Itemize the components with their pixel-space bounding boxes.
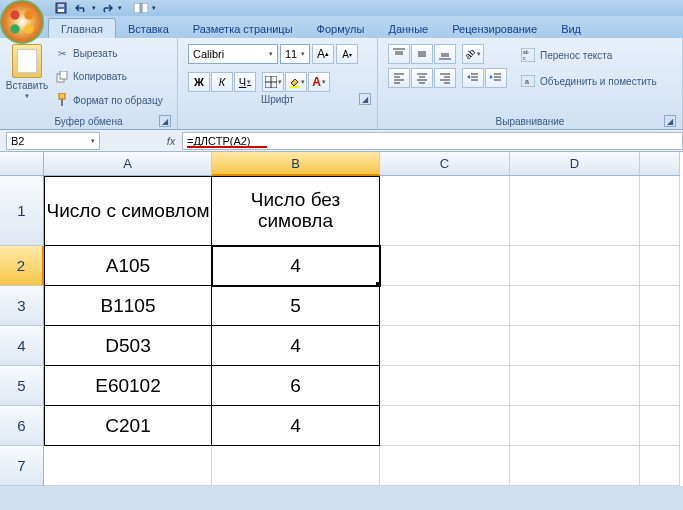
office-button[interactable] — [0, 0, 44, 44]
cell-C3[interactable] — [380, 286, 510, 326]
cell-A5[interactable]: E60102 — [44, 366, 212, 406]
save-button[interactable] — [52, 1, 70, 15]
cell-D4[interactable] — [510, 326, 640, 366]
italic-button[interactable]: К — [211, 72, 233, 92]
cell-E7[interactable] — [640, 446, 680, 486]
borders-button[interactable]: ▾ — [262, 72, 284, 92]
cell-B5[interactable]: 6 — [212, 366, 380, 406]
alignment-dialog-launcher[interactable]: ◢ — [664, 115, 676, 127]
undo-dropdown[interactable]: ▾ — [92, 4, 96, 12]
cell-B1[interactable]: Число без симовла — [212, 176, 380, 246]
cell-D7[interactable] — [510, 446, 640, 486]
paste-dropdown[interactable]: ▼ — [24, 93, 30, 99]
select-all-corner[interactable] — [0, 152, 44, 176]
clipboard-dialog-launcher[interactable]: ◢ — [159, 115, 171, 127]
tab-data[interactable]: Данные — [376, 19, 440, 38]
tab-review[interactable]: Рецензирование — [440, 19, 549, 38]
fill-handle[interactable] — [376, 282, 380, 286]
bold-button[interactable]: Ж — [188, 72, 210, 92]
cell-A1[interactable]: Число с симовлом — [44, 176, 212, 246]
merge-button[interactable]: aОбъединить и поместить — [515, 70, 662, 92]
font-dialog-launcher[interactable]: ◢ — [359, 93, 371, 105]
name-box[interactable]: B2▾ — [6, 132, 100, 150]
cell-C5[interactable] — [380, 366, 510, 406]
qat-extra-1[interactable] — [132, 1, 150, 15]
cell-E5[interactable] — [640, 366, 680, 406]
cell-E6[interactable] — [640, 406, 680, 446]
formula-input[interactable]: =ДЛСТР(A2) — [182, 132, 683, 150]
align-center-button[interactable] — [411, 68, 433, 88]
font-name-combo[interactable]: Calibri▾ — [188, 44, 278, 64]
tab-home[interactable]: Главная — [48, 18, 116, 38]
cell-D3[interactable] — [510, 286, 640, 326]
grow-font-button[interactable]: A▴ — [312, 44, 334, 64]
worksheet[interactable]: A B C D 1 Число с симовлом Число без сим… — [0, 152, 683, 486]
shrink-font-button[interactable]: A▾ — [336, 44, 358, 64]
align-right-button[interactable] — [434, 68, 456, 88]
tab-insert[interactable]: Вставка — [116, 19, 181, 38]
col-header-A[interactable]: A — [44, 152, 212, 176]
row-header-4[interactable]: 4 — [0, 326, 44, 366]
redo-button[interactable] — [98, 1, 116, 15]
format-painter-button[interactable]: Формат по образцу — [52, 91, 166, 109]
increase-indent-button[interactable] — [485, 68, 507, 88]
cell-B6[interactable]: 4 — [212, 406, 380, 446]
cell-E1[interactable] — [640, 176, 680, 246]
group-font-label: Шрифт — [261, 94, 294, 105]
cell-A7[interactable] — [44, 446, 212, 486]
row-header-7[interactable]: 7 — [0, 446, 44, 486]
fx-button[interactable]: fx — [160, 135, 182, 147]
align-top-button[interactable] — [388, 44, 410, 64]
row-header-2[interactable]: 2 — [0, 246, 44, 286]
cell-E4[interactable] — [640, 326, 680, 366]
cut-button[interactable]: ✂Вырезать — [52, 45, 166, 63]
col-header-B[interactable]: B — [212, 152, 380, 176]
cell-D5[interactable] — [510, 366, 640, 406]
font-color-button[interactable]: A▾ — [308, 72, 330, 92]
cell-A4[interactable]: D503 — [44, 326, 212, 366]
cell-B7[interactable] — [212, 446, 380, 486]
row-header-5[interactable]: 5 — [0, 366, 44, 406]
underline-button[interactable]: Ч▾ — [234, 72, 256, 92]
col-header-C[interactable]: C — [380, 152, 510, 176]
cell-A2[interactable]: A105 — [44, 246, 212, 286]
align-middle-button[interactable] — [411, 44, 433, 64]
cell-E2[interactable] — [640, 246, 680, 286]
cell-C4[interactable] — [380, 326, 510, 366]
cell-C2[interactable] — [380, 246, 510, 286]
qat-extra-drop[interactable]: ▾ — [152, 4, 156, 12]
cell-B2[interactable]: 4 — [212, 246, 380, 286]
orientation-button[interactable]: ab▾ — [462, 44, 484, 64]
row-header-6[interactable]: 6 — [0, 406, 44, 446]
wrap-text-button[interactable]: abcПеренос текста — [515, 44, 662, 66]
row-header-3[interactable]: 3 — [0, 286, 44, 326]
cell-D2[interactable] — [510, 246, 640, 286]
copy-button[interactable]: Копировать — [52, 68, 166, 86]
qat-customize[interactable]: ▾ — [118, 4, 122, 12]
tab-view[interactable]: Вид — [549, 19, 593, 38]
undo-button[interactable] — [72, 1, 90, 15]
cell-E3[interactable] — [640, 286, 680, 326]
fill-color-button[interactable]: ▾ — [285, 72, 307, 92]
cell-D1[interactable] — [510, 176, 640, 246]
brush-icon — [55, 93, 69, 107]
align-left-button[interactable] — [388, 68, 410, 88]
align-bottom-button[interactable] — [434, 44, 456, 64]
row-header-1[interactable]: 1 — [0, 176, 44, 246]
paste-button[interactable]: Вставить ▼ — [6, 40, 48, 114]
cell-A3[interactable]: B1105 — [44, 286, 212, 326]
col-header-E[interactable] — [640, 152, 680, 176]
cell-B4[interactable]: 4 — [212, 326, 380, 366]
cell-B3[interactable]: 5 — [212, 286, 380, 326]
tab-formulas[interactable]: Формулы — [305, 19, 377, 38]
col-header-D[interactable]: D — [510, 152, 640, 176]
cell-C6[interactable] — [380, 406, 510, 446]
decrease-indent-button[interactable] — [462, 68, 484, 88]
cell-D6[interactable] — [510, 406, 640, 446]
svg-text:c: c — [523, 55, 526, 61]
cell-C7[interactable] — [380, 446, 510, 486]
tab-page-layout[interactable]: Разметка страницы — [181, 19, 305, 38]
cell-A6[interactable]: C201 — [44, 406, 212, 446]
cell-C1[interactable] — [380, 176, 510, 246]
font-size-combo[interactable]: 11▾ — [280, 44, 310, 64]
